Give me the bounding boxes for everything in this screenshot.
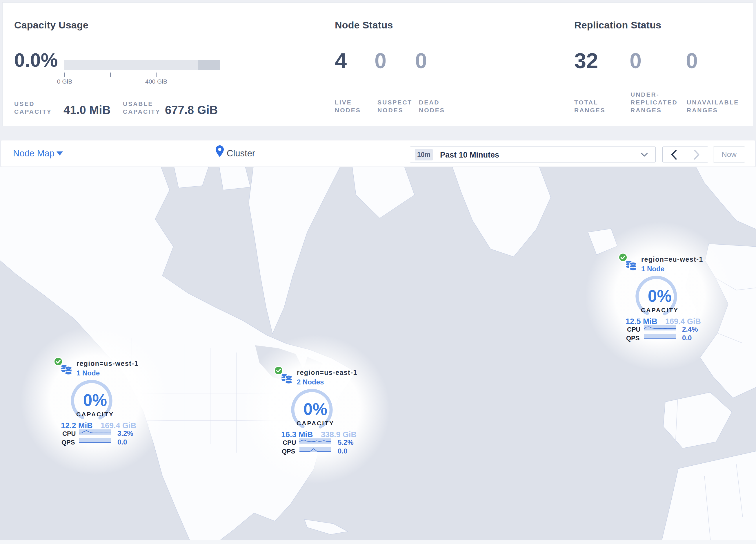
time-step-arrows <box>662 146 708 162</box>
node-count-link[interactable]: 1 Node <box>77 369 100 377</box>
suspect-nodes-count: 0 <box>375 48 386 73</box>
cpu-label: CPU <box>283 439 296 447</box>
suspect-nodes-label: SUSPECT NODES <box>377 98 412 114</box>
total-ranges-label: TOTAL RANGES <box>574 98 606 114</box>
region-label: region=eu-west-1 <box>641 255 703 263</box>
cluster-stats-panel: Capacity Usage 0.0% 0 GiB 400 GiB USED C… <box>2 2 753 126</box>
unavailable-ranges-label: UNAVAILABLE RANGES <box>687 98 739 114</box>
unavailable-ranges-count: 0 <box>686 48 698 73</box>
map-toolbar: Node Map Cluster 10m Past 10 Minutes Now <box>1 140 755 167</box>
qps-sparkline <box>299 447 331 452</box>
chevron-left-icon <box>671 150 677 159</box>
axis-tick <box>110 72 111 77</box>
time-range-select[interactable]: 10m Past 10 Minutes <box>410 146 656 162</box>
qps-label: QPS <box>282 448 295 455</box>
cpu-sparkline <box>79 429 111 435</box>
region-marker-us-west-1[interactable]: region=us-west-1 1 Node 0% CAPACITY 12.2… <box>49 354 141 450</box>
time-range-label: Past 10 Minutes <box>440 150 499 159</box>
under-replicated-ranges-label: UNDER- REPLICATED RANGES <box>630 90 678 114</box>
used-capacity-value: 41.0 MiB <box>63 104 110 117</box>
axis-tick-label: 400 GiB <box>139 78 174 85</box>
database-nodes-icon <box>625 258 637 271</box>
capacity-bar-reserved-segment <box>198 60 220 70</box>
capacity-caption: CAPACITY <box>613 307 706 314</box>
chevron-down-icon <box>641 153 648 157</box>
node-count-link[interactable]: 2 Nodes <box>297 378 324 386</box>
map-footer-strip <box>0 540 756 544</box>
map-pin-icon <box>215 145 224 157</box>
view-selector-dropdown[interactable]: Node Map <box>13 148 54 159</box>
cpu-label: CPU <box>627 326 640 333</box>
capacity-caption: CAPACITY <box>269 420 362 427</box>
node-status-title: Node Status <box>335 19 393 31</box>
cpu-value: 2.4% <box>682 325 698 333</box>
used-capacity-label: USED CAPACITY <box>14 100 52 115</box>
database-nodes-icon <box>60 363 73 376</box>
axis-tick-label: 0 GiB <box>47 78 82 85</box>
qps-sparkline <box>644 334 676 339</box>
used-capacity-value: 12.5 MiB <box>626 317 657 326</box>
capacity-percent: 0% <box>613 287 706 306</box>
cpu-sparkline <box>644 325 676 331</box>
axis-tick <box>202 72 202 77</box>
step-back-button[interactable] <box>663 147 685 162</box>
used-capacity-value: 12.2 MiB <box>61 421 93 430</box>
dead-nodes-label: DEAD NODES <box>419 98 445 114</box>
qps-label: QPS <box>626 335 639 342</box>
cpu-value: 3.2% <box>117 429 133 438</box>
region-label: region=us-east-1 <box>297 369 357 377</box>
capacity-bar <box>64 60 220 70</box>
qps-value: 0.0 <box>682 334 692 342</box>
cpu-label: CPU <box>62 430 76 438</box>
capacity-usage-title: Capacity Usage <box>14 19 88 31</box>
chevron-right-icon <box>694 150 699 159</box>
capacity-percent: 0.0% <box>14 49 58 71</box>
used-capacity-value: 16.3 MiB <box>281 430 313 439</box>
now-button[interactable]: Now <box>713 146 745 162</box>
qps-value: 0.0 <box>117 438 127 446</box>
total-ranges-count: 32 <box>574 48 598 73</box>
under-replicated-ranges-count: 0 <box>630 48 641 73</box>
total-capacity-value: 169.4 GiB <box>101 421 136 430</box>
cpu-value: 5.2% <box>338 438 354 447</box>
region-label: region=us-west-1 <box>77 360 139 368</box>
time-range-badge: 10m <box>415 149 433 160</box>
capacity-percent: 0% <box>49 391 141 410</box>
live-nodes-count: 4 <box>335 48 347 73</box>
usable-capacity-label: USABLE CAPACITY <box>123 100 161 115</box>
qps-label: QPS <box>61 439 75 446</box>
database-nodes-icon <box>280 372 293 385</box>
live-nodes-label: LIVE NODES <box>335 98 361 114</box>
axis-tick <box>64 72 65 77</box>
chevron-down-icon <box>57 151 63 155</box>
dead-nodes-count: 0 <box>415 48 427 73</box>
step-forward-button[interactable] <box>685 147 708 162</box>
total-capacity-value: 338.9 GiB <box>321 430 357 439</box>
capacity-caption: CAPACITY <box>49 411 141 418</box>
axis-tick <box>156 72 157 77</box>
usable-capacity-value: 677.8 GiB <box>165 104 218 117</box>
total-capacity-value: 169.4 GiB <box>665 317 701 326</box>
region-marker-eu-west-1[interactable]: region=eu-west-1 1 Node 0% CAPACITY 12.5… <box>613 250 706 346</box>
region-marker-us-east-1[interactable]: region=us-east-1 2 Nodes 0% CAPACITY 16.… <box>269 363 362 459</box>
cpu-sparkline <box>299 438 331 444</box>
capacity-percent: 0% <box>269 400 362 419</box>
node-count-link[interactable]: 1 Node <box>641 265 664 273</box>
replication-status-title: Replication Status <box>574 19 661 31</box>
qps-sparkline <box>79 438 111 443</box>
qps-value: 0.0 <box>338 447 347 455</box>
breadcrumb[interactable]: Cluster <box>227 148 255 159</box>
